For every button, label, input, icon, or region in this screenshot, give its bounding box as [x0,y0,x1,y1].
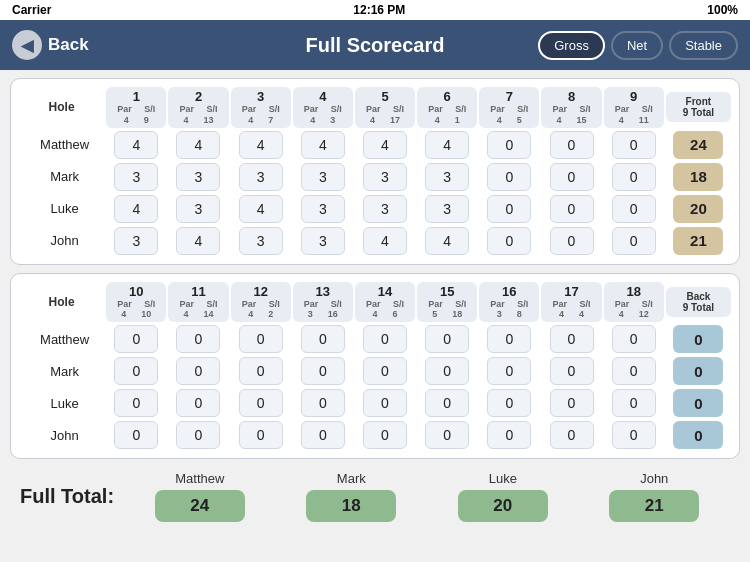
score-cell-john-6[interactable]: 0 [479,226,539,256]
table-row: John0000000000 [19,420,731,450]
score-cell-john-0[interactable]: 3 [106,226,166,256]
full-total-name-matthew: Matthew [175,471,224,486]
score-cell-mark-4[interactable]: 3 [355,162,415,192]
score-cell-mark-8[interactable]: 0 [604,356,664,386]
score-cell-luke-5[interactable]: 3 [417,194,477,224]
score-cell-john-8[interactable]: 0 [604,226,664,256]
score-cell-matthew-8[interactable]: 0 [604,324,664,354]
score-cell-luke-6[interactable]: 0 [479,194,539,224]
score-cell-matthew-4[interactable]: 4 [355,130,415,160]
score-cell-john-4[interactable]: 0 [355,420,415,450]
gross-button[interactable]: Gross [538,31,605,60]
score-cell-mark-0[interactable]: 3 [106,162,166,192]
score-cell-luke-2[interactable]: 4 [231,194,291,224]
full-total-col-john: John21 [579,471,730,522]
score-cell-matthew-6[interactable]: 0 [479,130,539,160]
player-name-matthew: Matthew [19,130,104,160]
score-cell-luke-7[interactable]: 0 [541,194,601,224]
score-cell-matthew-5[interactable]: 0 [417,324,477,354]
score-cell-john-6[interactable]: 0 [479,420,539,450]
score-cell-luke-3[interactable]: 0 [293,388,353,418]
score-cell-mark-2[interactable]: 0 [231,356,291,386]
page-title: Full Scorecard [306,34,445,57]
score-cell-mark-1[interactable]: 3 [168,162,228,192]
score-cell-matthew-3[interactable]: 0 [293,324,353,354]
hole-13-header: 13Par S/I3 16 [293,282,353,323]
total-cell-john: 0 [666,420,731,450]
score-cell-luke-1[interactable]: 3 [168,194,228,224]
back-button[interactable]: ◀ Back [12,30,89,60]
score-cell-mark-3[interactable]: 0 [293,356,353,386]
score-type-buttons: Gross Net Stable [538,31,738,60]
score-cell-matthew-0[interactable]: 4 [106,130,166,160]
score-cell-mark-7[interactable]: 0 [541,356,601,386]
net-button[interactable]: Net [611,31,663,60]
score-cell-mark-7[interactable]: 0 [541,162,601,192]
score-cell-matthew-1[interactable]: 4 [168,130,228,160]
score-cell-luke-0[interactable]: 0 [106,388,166,418]
total-cell-mark: 0 [666,356,731,386]
score-cell-john-1[interactable]: 0 [168,420,228,450]
score-cell-matthew-8[interactable]: 0 [604,130,664,160]
score-cell-luke-5[interactable]: 0 [417,388,477,418]
score-cell-john-2[interactable]: 0 [231,420,291,450]
score-cell-mark-4[interactable]: 0 [355,356,415,386]
score-cell-john-3[interactable]: 0 [293,420,353,450]
score-cell-matthew-3[interactable]: 4 [293,130,353,160]
score-cell-john-1[interactable]: 4 [168,226,228,256]
score-cell-mark-2[interactable]: 3 [231,162,291,192]
hole-14-header: 14Par S/I4 6 [355,282,415,323]
score-cell-matthew-5[interactable]: 4 [417,130,477,160]
score-cell-mark-6[interactable]: 0 [479,162,539,192]
score-cell-matthew-6[interactable]: 0 [479,324,539,354]
front9-section: Hole1Par S/I4 92Par S/I4 133Par S/I4 74P… [10,78,740,265]
score-cell-mark-6[interactable]: 0 [479,356,539,386]
table-row: Luke43433300020 [19,194,731,224]
total-cell-john: 21 [666,226,731,256]
score-cell-john-5[interactable]: 0 [417,420,477,450]
score-cell-matthew-2[interactable]: 4 [231,130,291,160]
score-cell-john-8[interactable]: 0 [604,420,664,450]
full-total-col-luke: Luke20 [427,471,578,522]
score-cell-luke-6[interactable]: 0 [479,388,539,418]
score-cell-luke-8[interactable]: 0 [604,388,664,418]
score-cell-mark-5[interactable]: 3 [417,162,477,192]
hole-17-header: 17Par S/I4 4 [541,282,601,323]
score-cell-matthew-2[interactable]: 0 [231,324,291,354]
score-cell-john-0[interactable]: 0 [106,420,166,450]
table-row: Matthew0000000000 [19,324,731,354]
score-cell-mark-1[interactable]: 0 [168,356,228,386]
score-cell-luke-2[interactable]: 0 [231,388,291,418]
score-cell-mark-5[interactable]: 0 [417,356,477,386]
score-cell-luke-3[interactable]: 3 [293,194,353,224]
score-cell-mark-8[interactable]: 0 [604,162,664,192]
table-row: Luke0000000000 [19,388,731,418]
score-cell-matthew-7[interactable]: 0 [541,130,601,160]
score-cell-john-2[interactable]: 3 [231,226,291,256]
score-cell-mark-0[interactable]: 0 [106,356,166,386]
score-cell-luke-1[interactable]: 0 [168,388,228,418]
score-cell-luke-7[interactable]: 0 [541,388,601,418]
score-cell-john-7[interactable]: 0 [541,420,601,450]
score-cell-john-3[interactable]: 3 [293,226,353,256]
table-row: Mark0000000000 [19,356,731,386]
score-cell-mark-3[interactable]: 3 [293,162,353,192]
hole-10-header: 10Par S/I4 10 [106,282,166,323]
score-cell-luke-4[interactable]: 0 [355,388,415,418]
score-cell-matthew-4[interactable]: 0 [355,324,415,354]
stable-button[interactable]: Stable [669,31,738,60]
score-cell-matthew-0[interactable]: 0 [106,324,166,354]
score-cell-john-4[interactable]: 4 [355,226,415,256]
hole-18-header: 18Par S/I4 12 [604,282,664,323]
score-cell-john-7[interactable]: 0 [541,226,601,256]
carrier-label: Carrier [12,3,51,17]
score-cell-luke-8[interactable]: 0 [604,194,664,224]
score-cell-matthew-7[interactable]: 0 [541,324,601,354]
full-total-label: Full Total: [20,485,114,508]
score-cell-john-5[interactable]: 4 [417,226,477,256]
score-cell-luke-4[interactable]: 3 [355,194,415,224]
back-label: Back [48,35,89,55]
back-arrow-icon: ◀ [12,30,42,60]
score-cell-luke-0[interactable]: 4 [106,194,166,224]
score-cell-matthew-1[interactable]: 0 [168,324,228,354]
